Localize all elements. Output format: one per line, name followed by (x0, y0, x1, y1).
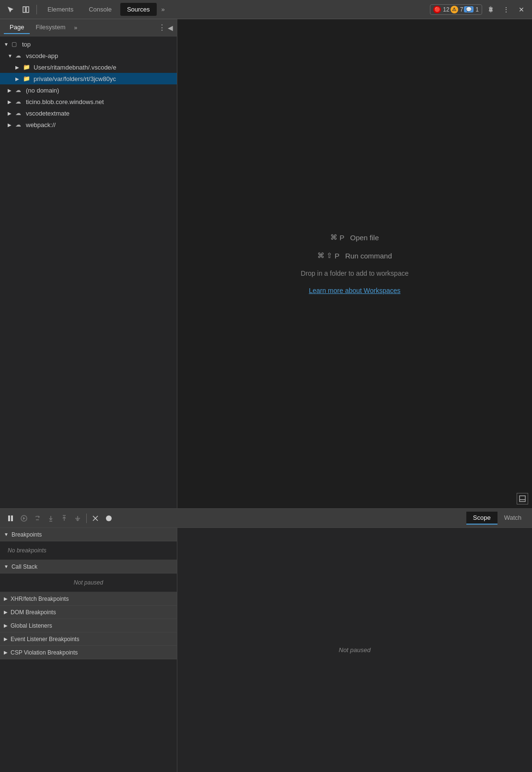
tree-arrow-no-domain: ▶ (8, 88, 15, 93)
tree-item-no-domain[interactable]: ▶ ☁ (no domain) (0, 84, 177, 96)
tree-item-users-path[interactable]: ▶ 📁 Users/ritamdebnath/.vscode/e (0, 61, 177, 73)
settings-button[interactable] (484, 3, 497, 16)
kbd-run-command: ⌘ ⇧ P (317, 251, 339, 260)
tree-label-private: private/var/folders/rt/3jcw80yc (34, 75, 116, 82)
tree-item-vscodetextmate[interactable]: ▶ ☁ vscodetextmate (0, 107, 177, 119)
error-count: 12 (443, 6, 449, 13)
section-label-global: Global Listeners (11, 622, 52, 629)
tree-label-users: Users/ritamdebnath/.vscode/e (34, 64, 116, 71)
tree-label-no-domain: (no domain) (26, 87, 59, 94)
arrow-breakpoints: ▼ (4, 532, 9, 537)
callstack-not-paused: Not paused (0, 576, 177, 589)
tab-elements[interactable]: Elements (41, 3, 80, 16)
panel-collapse-button[interactable]: ◀ (168, 24, 173, 32)
cloud-icon-vscode-app: ☁ (15, 52, 24, 59)
tab-scope[interactable]: Scope (466, 512, 497, 525)
tree-item-ticino[interactable]: ▶ ☁ ticino.blob.core.windows.net (0, 96, 177, 107)
cloud-icon-webpack: ☁ (15, 121, 24, 128)
cloud-icon-no-domain: ☁ (15, 87, 24, 94)
section-label-dom: DOM Breakpoints (11, 609, 56, 616)
tree-item-vscode-app[interactable]: ▼ ☁ vscode-app (0, 50, 177, 61)
tree-arrow-ticino: ▶ (8, 99, 15, 105)
arrow-event: ▶ (4, 636, 8, 642)
cloud-icon-ticino: ☁ (15, 98, 24, 105)
tree-arrow-webpack: ▶ (8, 122, 15, 128)
pause-button[interactable] (4, 512, 17, 525)
section-header-breakpoints[interactable]: ▼ Breakpoints (0, 528, 177, 541)
step-into-button[interactable] (44, 512, 58, 525)
open-file-label: Open file (350, 234, 379, 242)
file-tree: ▼ ▢ top ▼ ☁ vscode-app ▶ 📁 Users/ritamde… (0, 36, 177, 508)
cmd-key2: ⌘ (317, 251, 324, 260)
resume-button[interactable] (17, 512, 31, 525)
svg-point-16 (106, 515, 112, 521)
p-key2: P (335, 252, 339, 260)
breakpoints-empty-text: No breakpoints (0, 544, 177, 557)
section-label-csp: CSP Violation Breakpoints (11, 649, 78, 656)
arrow-global: ▶ (4, 623, 8, 628)
tree-item-webpack[interactable]: ▶ ☁ webpack:// (0, 119, 177, 130)
tab-console[interactable]: Console (82, 3, 118, 16)
section-header-dom[interactable]: ▶ DOM Breakpoints (0, 606, 177, 619)
tabs-expand-button[interactable]: » (159, 4, 168, 15)
editor-panel: ⌘ P Open file ⌘ ⇧ P Run command Drop in … (177, 19, 532, 508)
learn-more-link[interactable]: Learn more about Workspaces (309, 287, 400, 294)
shift-key: ⇧ (326, 251, 333, 260)
arrow-callstack: ▼ (4, 564, 9, 569)
tab-filesystem[interactable]: Filesystem (30, 21, 71, 34)
section-header-xhr[interactable]: ▶ XHR/fetch Breakpoints (0, 592, 177, 606)
more-button[interactable]: ⋮ (499, 3, 513, 16)
panel-tabs: Page Filesystem » ⋮ ◀ (0, 19, 177, 36)
error-warning-badge-group[interactable]: 🔴 12 ⚠ 7 💬 1 (430, 4, 482, 15)
deactivate-breakpoints-button[interactable] (89, 512, 102, 525)
right-scope-panel: Not paused (177, 528, 532, 772)
section-label-callstack: Call Stack (12, 563, 37, 570)
section-header-global[interactable]: ▶ Global Listeners (0, 619, 177, 632)
file-panel: Page Filesystem » ⋮ ◀ ▼ ▢ top ▼ ☁ vscode… (0, 19, 177, 508)
tree-label-vscodetextmate: vscodetextmate (26, 110, 69, 117)
debug-divider (86, 514, 87, 523)
step-out-button[interactable] (58, 512, 71, 525)
run-command-label: Run command (345, 252, 392, 260)
panel-tabs-expand-button[interactable]: » (71, 23, 81, 33)
tab-sources[interactable]: Sources (120, 3, 157, 16)
debug-toolbar: Scope Watch (0, 509, 532, 528)
scope-not-paused: Not paused (339, 646, 371, 654)
section-label-event: Event Listener Breakpoints (11, 636, 79, 643)
pause-on-exception-button[interactable] (102, 512, 116, 525)
section-header-event[interactable]: ▶ Event Listener Breakpoints (0, 632, 177, 646)
main-area: Page Filesystem » ⋮ ◀ ▼ ▢ top ▼ ☁ vscode… (0, 19, 532, 508)
step-over-button[interactable] (31, 512, 44, 525)
editor-corner-button[interactable] (517, 493, 528, 504)
bottom-area: Scope Watch ▼ Breakpoints No breakpoints… (0, 508, 532, 772)
tree-label-webpack: webpack:// (26, 121, 56, 129)
tree-item-top[interactable]: ▼ ▢ top (0, 38, 177, 50)
close-button[interactable]: ✕ (515, 3, 528, 16)
tree-item-private-path[interactable]: ▶ 📁 private/var/folders/rt/3jcw80yc (0, 73, 177, 84)
tree-arrow-vscode-app: ▼ (8, 53, 15, 58)
cloud-icon-vscodetextmate: ☁ (15, 110, 24, 117)
continue-to-here-button[interactable] (71, 512, 84, 525)
tab-page[interactable]: Page (4, 21, 30, 34)
cursor-tool-button[interactable] (4, 3, 17, 16)
warning-count: 7 (460, 6, 463, 13)
section-header-callstack[interactable]: ▼ Call Stack (0, 560, 177, 573)
p-key: P (339, 234, 344, 242)
info-count: 1 (475, 6, 479, 13)
warning-badge: ⚠ (451, 6, 458, 13)
kbd-open-file: ⌘ P (330, 233, 344, 242)
layout-button[interactable] (19, 3, 33, 16)
cmd-key: ⌘ (330, 233, 337, 242)
hint-run-command-row: ⌘ ⇧ P Run command (317, 251, 392, 260)
arrow-csp: ▶ (4, 650, 8, 655)
editor-hint-area: ⌘ P Open file ⌘ ⇧ P Run command Drop in … (301, 233, 409, 294)
panel-menu-button[interactable]: ⋮ (158, 23, 166, 32)
section-label-xhr: XHR/fetch Breakpoints (11, 596, 69, 602)
tab-watch[interactable]: Watch (497, 512, 528, 525)
section-header-csp[interactable]: ▶ CSP Violation Breakpoints (0, 646, 177, 659)
folder-icon-users: 📁 (23, 64, 32, 70)
left-debug-panel: ▼ Breakpoints No breakpoints ▼ Call Stac… (0, 528, 177, 772)
info-badge: 💬 (464, 6, 474, 12)
bottom-panels: ▼ Breakpoints No breakpoints ▼ Call Stac… (0, 528, 532, 772)
tree-label-top: top (22, 41, 31, 48)
